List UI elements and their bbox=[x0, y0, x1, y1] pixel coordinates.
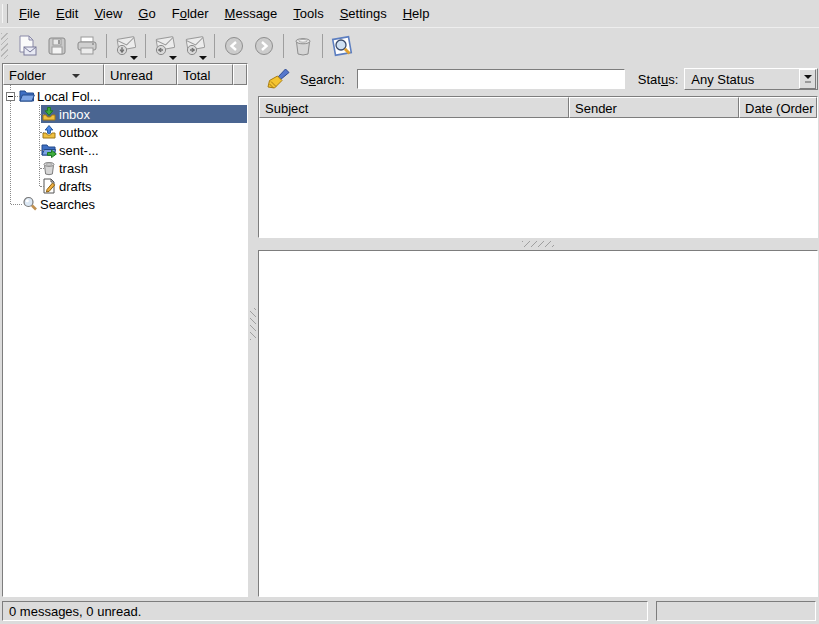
message-list: Subject Sender Date (Order o bbox=[258, 96, 818, 238]
sort-arrow-icon bbox=[72, 74, 80, 78]
find-messages-icon bbox=[329, 33, 355, 59]
folder-list-header: Folder Unread Total bbox=[3, 64, 247, 85]
toolbar-separator bbox=[214, 34, 215, 58]
tree-guide bbox=[15, 96, 20, 97]
menu-help[interactable]: Help bbox=[395, 1, 438, 26]
tree-guide bbox=[40, 168, 44, 169]
menu-file[interactable]: File bbox=[11, 1, 48, 26]
status-dropdown-arrow-button[interactable] bbox=[799, 69, 816, 89]
tree-guide bbox=[40, 114, 44, 115]
menu-settings[interactable]: Settings bbox=[332, 1, 395, 26]
back-button[interactable] bbox=[219, 31, 249, 61]
menu-view[interactable]: View bbox=[86, 1, 130, 26]
chevron-down-icon bbox=[804, 75, 812, 79]
toolbar-drag-handle[interactable] bbox=[1, 33, 8, 59]
tree-guide bbox=[40, 132, 44, 133]
status-label: Status: bbox=[638, 72, 678, 87]
splitter-grip-icon bbox=[522, 241, 554, 247]
forward-nav-icon bbox=[253, 35, 275, 57]
tree-guide bbox=[39, 105, 40, 186]
menu-edit[interactable]: Edit bbox=[48, 1, 86, 26]
folder-tree: Local Fol... inbox outbox bbox=[3, 85, 247, 598]
vertical-splitter[interactable] bbox=[248, 63, 258, 597]
tree-guide bbox=[11, 204, 22, 205]
sender-column-header[interactable]: Sender bbox=[569, 97, 739, 118]
forward-icon bbox=[183, 34, 207, 58]
toolbar-separator bbox=[106, 34, 107, 58]
forward-nav-button[interactable] bbox=[249, 31, 279, 61]
message-preview-pane[interactable] bbox=[258, 250, 818, 597]
reply-button[interactable] bbox=[150, 31, 180, 61]
forward-dropdown-arrow-icon[interactable] bbox=[199, 56, 207, 60]
check-mail-dropdown-arrow-icon[interactable] bbox=[130, 56, 138, 60]
date-column-header[interactable]: Date (Order o bbox=[739, 97, 817, 118]
header-filler bbox=[233, 64, 247, 85]
menu-message[interactable]: Message bbox=[217, 1, 286, 26]
splitter-grip-icon bbox=[250, 308, 256, 340]
forward-button[interactable] bbox=[180, 31, 210, 61]
horizontal-splitter[interactable] bbox=[258, 238, 818, 250]
clear-search-icon bbox=[265, 67, 291, 91]
subject-column-header[interactable]: Subject bbox=[259, 97, 569, 118]
print-icon bbox=[75, 34, 99, 58]
toolbar-separator bbox=[322, 34, 323, 58]
message-list-header: Subject Sender Date (Order o bbox=[259, 97, 817, 118]
menu-tools[interactable]: Tools bbox=[285, 1, 331, 26]
search-folder-icon bbox=[22, 196, 38, 212]
combo-dash bbox=[805, 81, 811, 83]
toolbar-separator bbox=[145, 34, 146, 58]
status-dropdown[interactable]: Any Status bbox=[684, 68, 818, 90]
menubar-drag-handle[interactable] bbox=[2, 4, 8, 23]
tree-guide bbox=[10, 101, 11, 204]
collapse-expander[interactable] bbox=[6, 92, 15, 101]
clear-search-button[interactable] bbox=[265, 66, 291, 92]
tree-guide bbox=[40, 186, 44, 187]
new-message-icon bbox=[15, 34, 39, 58]
quick-search-bar: Search: Status: Any Status bbox=[258, 62, 818, 96]
search-input[interactable] bbox=[357, 69, 625, 89]
find-messages-button[interactable] bbox=[327, 31, 357, 61]
check-mail-icon bbox=[114, 34, 138, 58]
new-message-button[interactable] bbox=[12, 31, 42, 61]
back-icon bbox=[223, 35, 245, 57]
folder-row-searches[interactable]: Searches bbox=[3, 195, 247, 213]
search-label: Search: bbox=[300, 72, 345, 87]
menu-go[interactable]: Go bbox=[130, 1, 163, 26]
status-bar: 0 messages, 0 unread. bbox=[0, 597, 819, 624]
folder-column-header[interactable]: Folder bbox=[3, 64, 104, 85]
total-column-header[interactable]: Total bbox=[177, 64, 233, 85]
status-extra-panel bbox=[656, 601, 816, 621]
toolbar-separator bbox=[283, 34, 284, 58]
trash-icon bbox=[292, 35, 314, 57]
tree-guide bbox=[40, 150, 44, 151]
folder-panel: Folder Unread Total Local Fol... bbox=[2, 63, 248, 597]
folder-row-local-folders[interactable]: Local Fol... bbox=[3, 87, 247, 105]
reply-dropdown-arrow-icon[interactable] bbox=[169, 56, 177, 60]
message-list-body[interactable] bbox=[259, 118, 817, 237]
save-icon bbox=[46, 35, 68, 57]
open-folder-icon bbox=[19, 88, 35, 104]
save-button[interactable] bbox=[42, 31, 72, 61]
unread-column-header[interactable]: Unread bbox=[104, 64, 177, 85]
tree-guide bbox=[10, 85, 11, 90]
status-message: 0 messages, 0 unread. bbox=[2, 601, 648, 621]
reply-icon bbox=[153, 34, 177, 58]
menu-folder[interactable]: Folder bbox=[164, 1, 217, 26]
main-toolbar bbox=[0, 27, 819, 63]
status-dropdown-value: Any Status bbox=[685, 72, 799, 87]
trash-button[interactable] bbox=[288, 31, 318, 61]
check-mail-button[interactable] bbox=[111, 31, 141, 61]
print-button[interactable] bbox=[72, 31, 102, 61]
menu-bar: File Edit View Go Folder Message Tools S… bbox=[0, 0, 819, 27]
